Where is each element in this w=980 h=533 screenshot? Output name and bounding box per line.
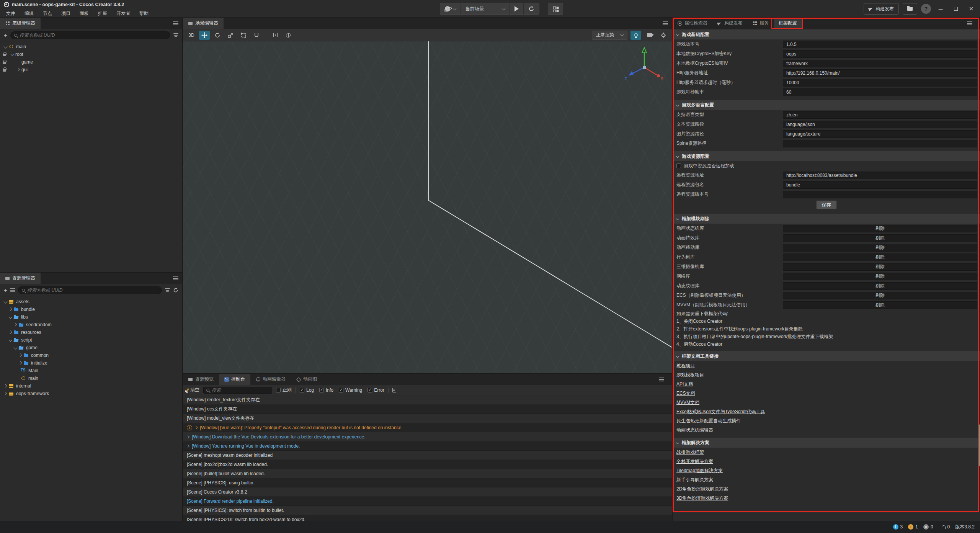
- remote-load-checkbox-row[interactable]: 游戏中资源是否远程加载: [673, 161, 980, 170]
- module-remove-button[interactable]: 剔除: [783, 263, 977, 271]
- console-search-input[interactable]: [212, 387, 269, 393]
- expand-arrow-icon[interactable]: [8, 330, 13, 335]
- console-log-row[interactable]: ! [Window] model_view文件夹存在: [183, 414, 672, 423]
- tree-item[interactable]: script: [0, 336, 182, 344]
- module-remove-button[interactable]: 剔除: [783, 292, 977, 299]
- console-log-row[interactable]: ! [Scene] meshopt wasm decoder initializ…: [183, 451, 672, 460]
- console-filter-checkbox[interactable]: Log: [300, 387, 314, 393]
- console-filter-checkbox[interactable]: Error: [368, 387, 384, 393]
- console-filter-checkbox[interactable]: Info: [319, 387, 333, 393]
- play-button[interactable]: [510, 3, 524, 15]
- scene-viewport[interactable]: X z: [183, 41, 672, 373]
- section-doc-links[interactable]: 框架文档工具链接: [673, 351, 980, 361]
- expand-arrow-icon[interactable]: [18, 360, 23, 366]
- close-button[interactable]: ✕: [965, 3, 977, 15]
- expand-chevron-icon[interactable]: [186, 444, 189, 447]
- console-log-row[interactable]: ! [Scene] Forward render pipeline initia…: [183, 497, 672, 506]
- panel-tab[interactable]: 属性检查器: [673, 18, 712, 29]
- tree-item[interactable]: bundle: [0, 306, 182, 313]
- menu-item[interactable]: 项目: [57, 10, 75, 17]
- filter-icon[interactable]: [173, 33, 178, 37]
- console-log-row[interactable]: ! [Scene] [bullet]:bullet wasm lib loade…: [183, 469, 672, 478]
- panel-menu-icon[interactable]: [663, 21, 668, 25]
- qr-code-button[interactable]: [548, 3, 563, 15]
- panel-menu-icon[interactable]: [173, 276, 178, 280]
- config-input[interactable]: [783, 172, 977, 179]
- panel-tab[interactable]: 服务: [748, 18, 774, 29]
- notification-count[interactable]: 0: [942, 524, 950, 530]
- create-asset-button[interactable]: +: [4, 287, 7, 293]
- collapse-all-icon[interactable]: [10, 288, 15, 292]
- tree-item[interactable]: main: [0, 374, 182, 382]
- tree-item[interactable]: libs: [0, 313, 182, 321]
- checkbox-icon[interactable]: [276, 388, 281, 392]
- panel-tab[interactable]: 构建发布: [712, 18, 748, 29]
- console-log-row[interactable]: ! [Window] ecs文件夹存在: [183, 405, 672, 414]
- error-count[interactable]: ✕ 0: [923, 524, 933, 530]
- panel-tab[interactable]: 框架配置: [774, 18, 802, 29]
- console-log-row[interactable]: ! [Scene] [PHYSICS]: using builtin.: [183, 478, 672, 487]
- save-button[interactable]: 保存: [817, 201, 836, 209]
- expand-arrow-icon[interactable]: [8, 314, 13, 320]
- module-remove-button[interactable]: 剔除: [783, 282, 977, 290]
- console-log-row[interactable]: ! [Scene] Cocos Creator v3.8.2: [183, 487, 672, 497]
- expand-chevron-icon[interactable]: [186, 435, 189, 438]
- tree-item[interactable]: game: [0, 58, 182, 66]
- checkbox-icon[interactable]: [319, 388, 324, 392]
- tree-item[interactable]: root: [0, 51, 182, 58]
- config-input[interactable]: [783, 69, 977, 77]
- module-remove-button[interactable]: 剔除: [783, 253, 977, 261]
- module-remove-button[interactable]: 剔除: [783, 301, 977, 309]
- tree-item[interactable]: seedrandom: [0, 321, 182, 329]
- section-resource-config[interactable]: 游戏资源配置: [673, 151, 980, 161]
- scene-select-dropdown[interactable]: 当前场景: [461, 3, 510, 15]
- section-basic-config[interactable]: 游戏基础配置: [673, 29, 980, 39]
- doc-link[interactable]: 教程项目: [676, 363, 695, 369]
- section-module-trim[interactable]: 框架模块剔除: [673, 214, 980, 224]
- module-remove-button[interactable]: 剔除: [783, 244, 977, 252]
- hierarchy-search-box[interactable]: [10, 31, 170, 39]
- restart-button[interactable]: [524, 3, 539, 15]
- maximize-button[interactable]: [950, 3, 962, 15]
- config-input[interactable]: [783, 130, 977, 138]
- open-log-file-icon[interactable]: [392, 388, 396, 392]
- expand-arrow-icon[interactable]: [13, 345, 18, 350]
- expand-chevron-icon[interactable]: [194, 426, 198, 429]
- doc-link[interactable]: 动画状态机编辑器: [676, 427, 713, 433]
- toggle-3d-button[interactable]: 3D: [186, 31, 197, 40]
- panel-tab[interactable]: 动画图: [291, 374, 322, 385]
- tree-item[interactable]: oops-framework: [0, 390, 182, 397]
- hierarchy-tab[interactable]: 层级管理器: [0, 18, 41, 29]
- doc-link[interactable]: 3D角色扮演游戏解决方案: [676, 495, 728, 502]
- console-log-row[interactable]: ! [Window] You are running Vue in develo…: [183, 441, 672, 451]
- expand-arrow-icon[interactable]: [3, 299, 8, 304]
- rect-tool-button[interactable]: [238, 31, 249, 40]
- info-count[interactable]: i 3: [893, 524, 903, 530]
- rotate-tool-button[interactable]: [212, 31, 223, 40]
- doc-link[interactable]: 新手引导解决方案: [676, 477, 713, 483]
- hierarchy-search-input[interactable]: [20, 33, 167, 38]
- menu-item[interactable]: 节点: [38, 10, 57, 17]
- panel-tab[interactable]: 控制台: [219, 374, 250, 385]
- menu-item[interactable]: 帮助: [135, 10, 153, 17]
- console-log-row[interactable]: ! [Window] Download the Vue Devtools ext…: [183, 432, 672, 441]
- clear-console-button[interactable]: 清空: [187, 387, 199, 393]
- menu-item[interactable]: 编辑: [20, 10, 38, 17]
- panel-tab[interactable]: 动画编辑器: [250, 374, 291, 385]
- panel-menu-icon[interactable]: [659, 378, 664, 381]
- config-input[interactable]: [783, 181, 977, 189]
- assets-search-box[interactable]: [18, 286, 162, 294]
- panel-menu-icon[interactable]: [967, 21, 972, 25]
- tree-item[interactable]: game: [0, 344, 182, 352]
- help-button[interactable]: ?: [921, 4, 931, 14]
- warning-count[interactable]: ! 1: [908, 524, 918, 530]
- console-log-row[interactable]: ! [Scene] [box2d]:box2d wasm lib loaded.: [183, 460, 672, 469]
- console-search-box[interactable]: [203, 387, 272, 394]
- panel-menu-icon[interactable]: [173, 21, 178, 25]
- filter-icon[interactable]: [165, 288, 170, 292]
- scene-tab[interactable]: 场景编辑器: [183, 18, 224, 29]
- expand-arrow-icon[interactable]: [3, 391, 8, 396]
- assets-tab[interactable]: 资源管理器: [0, 273, 41, 284]
- checkbox-icon[interactable]: [339, 388, 343, 392]
- expand-arrow-icon[interactable]: [13, 322, 18, 327]
